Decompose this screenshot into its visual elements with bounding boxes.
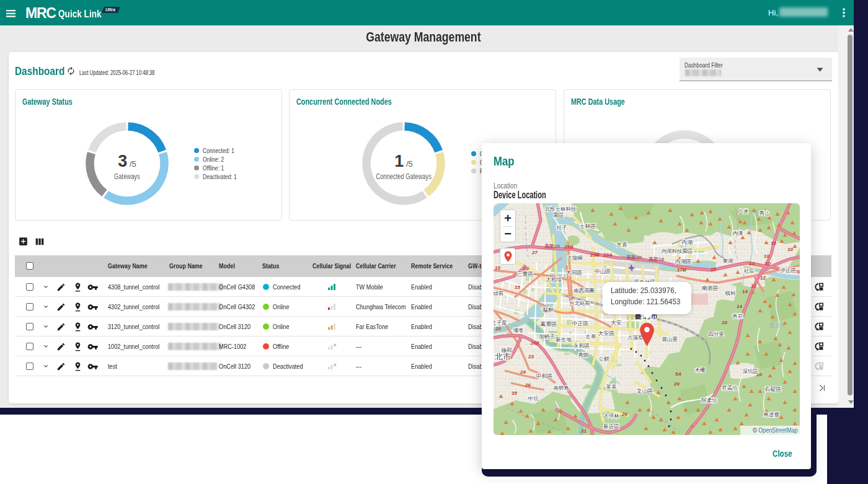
svg-text:大同區: 大同區 bbox=[566, 270, 583, 276]
svg-text:景美: 景美 bbox=[606, 384, 618, 390]
svg-text:萬華區: 萬華區 bbox=[540, 321, 557, 327]
svg-text:大坪林: 大坪林 bbox=[603, 413, 619, 419]
svg-text:24: 24 bbox=[520, 369, 526, 375]
svg-text:北投士林科技: 北投士林科技 bbox=[545, 206, 577, 212]
svg-text:文山區: 文山區 bbox=[637, 388, 653, 394]
svg-text:15: 15 bbox=[495, 265, 500, 271]
svg-text:昇高坑: 昇高坑 bbox=[722, 385, 738, 391]
svg-text:臺北市: 臺北市 bbox=[769, 322, 786, 328]
svg-text:三重區: 三重區 bbox=[517, 271, 534, 277]
svg-text:31: 31 bbox=[581, 428, 587, 434]
svg-text:23: 23 bbox=[528, 354, 534, 359]
svg-text:中山區: 中山區 bbox=[595, 268, 611, 275]
svg-text:23A: 23A bbox=[603, 252, 613, 258]
svg-text:16: 16 bbox=[722, 320, 727, 325]
svg-text:麗山里: 麗山里 bbox=[662, 336, 678, 342]
svg-text:5A: 5A bbox=[675, 371, 681, 377]
svg-text:古亭: 古亭 bbox=[585, 333, 596, 340]
svg-text:新店區: 新店區 bbox=[603, 423, 619, 429]
svg-text:高架18: 高架18 bbox=[649, 256, 664, 262]
svg-text:13: 13 bbox=[749, 261, 755, 266]
svg-text:汐止區: 汐止區 bbox=[780, 267, 797, 273]
svg-text:深坑區: 深坑區 bbox=[742, 368, 758, 374]
svg-text:25B: 25B bbox=[564, 244, 574, 250]
svg-text:四分里: 四分里 bbox=[708, 331, 724, 337]
svg-text:埔墘: 埔墘 bbox=[513, 327, 524, 333]
svg-text:內湖區: 內湖區 bbox=[675, 258, 692, 265]
svg-text:秀朗: 秀朗 bbox=[578, 352, 589, 358]
svg-text:大直: 大直 bbox=[616, 242, 627, 248]
svg-text:20: 20 bbox=[495, 326, 501, 332]
svg-text:公館: 公館 bbox=[599, 356, 610, 362]
svg-text:社子: 社子 bbox=[557, 224, 568, 231]
svg-text:大龍峒: 大龍峒 bbox=[567, 255, 583, 261]
svg-text:艋舺: 艋舺 bbox=[543, 307, 554, 313]
svg-text:永和區: 永和區 bbox=[574, 343, 590, 349]
svg-text:北市: 北市 bbox=[495, 352, 511, 361]
svg-text:20: 20 bbox=[673, 381, 680, 387]
svg-text:14: 14 bbox=[737, 304, 742, 309]
svg-text:橫科: 橫科 bbox=[725, 290, 737, 296]
svg-text:中正區: 中正區 bbox=[572, 320, 589, 327]
svg-text:17B: 17B bbox=[677, 267, 686, 273]
svg-text:中坑: 中坑 bbox=[528, 395, 539, 402]
svg-text:士林區: 士林區 bbox=[580, 223, 596, 229]
svg-text:舊莊: 舊莊 bbox=[733, 313, 744, 319]
svg-text:頭前: 頭前 bbox=[494, 290, 504, 296]
svg-text:阿柔坑: 阿柔坑 bbox=[701, 397, 717, 403]
svg-text:木柵: 木柵 bbox=[695, 367, 706, 373]
svg-text:江子翠: 江子翠 bbox=[494, 320, 507, 326]
svg-text:園區: 園區 bbox=[554, 212, 564, 218]
svg-text:大安: 大安 bbox=[611, 320, 622, 326]
svg-text:新生地: 新生地 bbox=[556, 337, 572, 343]
svg-text:23B: 23B bbox=[590, 252, 600, 258]
svg-text:高架25: 高架25 bbox=[544, 243, 560, 249]
svg-text:南港區: 南港區 bbox=[702, 285, 719, 291]
svg-text:烏塗窟: 烏塗窟 bbox=[763, 411, 779, 418]
svg-text:15: 15 bbox=[515, 284, 520, 290]
svg-text:14: 14 bbox=[742, 289, 748, 294]
svg-text:內溝: 內溝 bbox=[733, 230, 743, 236]
svg-text:社后: 社后 bbox=[744, 268, 755, 274]
svg-text:八達: 八達 bbox=[738, 208, 749, 214]
svg-text:12: 12 bbox=[760, 275, 766, 281]
svg-text:10: 10 bbox=[771, 240, 776, 246]
svg-text:石碇區: 石碇區 bbox=[764, 386, 782, 392]
svg-text:10: 10 bbox=[787, 247, 793, 252]
svg-text:27: 27 bbox=[531, 250, 538, 255]
svg-text:26: 26 bbox=[621, 411, 627, 417]
svg-text:秀山: 秀山 bbox=[760, 210, 770, 216]
svg-text:東湖: 東湖 bbox=[723, 258, 733, 264]
svg-text:大稻埕: 大稻埕 bbox=[546, 276, 562, 283]
svg-text:208: 208 bbox=[530, 340, 539, 346]
svg-text:15: 15 bbox=[711, 266, 716, 272]
svg-text:高架20: 高架20 bbox=[626, 254, 642, 260]
svg-text:內湖: 內湖 bbox=[681, 239, 693, 245]
svg-text:內湖科技園區: 內湖科技園區 bbox=[662, 248, 693, 254]
svg-text:台北站前: 台北站前 bbox=[569, 300, 590, 306]
svg-text:10: 10 bbox=[765, 261, 771, 266]
svg-text:加蚋子: 加蚋子 bbox=[539, 333, 555, 340]
svg-text:南西商圈: 南西商圈 bbox=[574, 288, 595, 294]
svg-text:中和區: 中和區 bbox=[536, 373, 553, 379]
svg-text:12: 12 bbox=[751, 283, 756, 289]
svg-text:南勢角: 南勢角 bbox=[553, 385, 569, 391]
svg-text:10: 10 bbox=[764, 253, 769, 259]
svg-text:35: 35 bbox=[512, 390, 517, 396]
svg-text:26: 26 bbox=[525, 382, 531, 388]
svg-text:大安區: 大安區 bbox=[598, 330, 615, 337]
